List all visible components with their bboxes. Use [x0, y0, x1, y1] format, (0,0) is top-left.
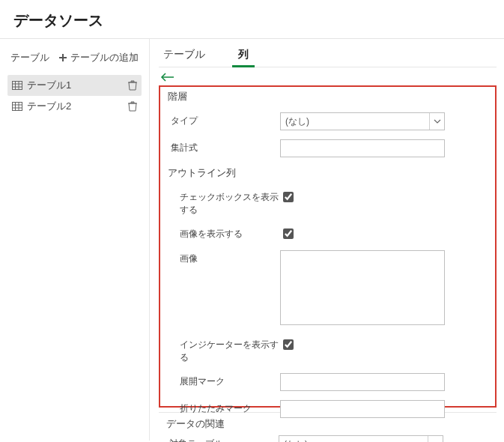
expand-mark-input[interactable]: [280, 373, 445, 391]
show-indicator-checkbox[interactable]: [283, 339, 294, 350]
add-table-label: テーブルの追加: [70, 51, 139, 64]
agg-label: 集計式: [168, 139, 280, 154]
type-select-value: (なし): [285, 115, 309, 128]
collapse-mark-label: 折りたたみマーク: [168, 400, 280, 415]
sidebar: テーブル テーブルの追加 テーブル1: [0, 39, 150, 441]
group-title-hierarchy: 階層: [168, 90, 488, 108]
collapse-mark-input[interactable]: [280, 400, 445, 418]
plus-icon: [58, 53, 67, 62]
target-table-select[interactable]: (なし): [279, 435, 443, 442]
agg-input[interactable]: [280, 139, 445, 157]
outline-subtitle: アウトライン列: [168, 162, 488, 184]
expand-mark-label: 展開マーク: [168, 373, 280, 388]
chevron-down-icon: [428, 436, 440, 442]
sidebar-head: テーブル テーブルの追加: [0, 43, 149, 72]
table-row-label: テーブル1: [27, 79, 71, 92]
type-label: タイプ: [168, 112, 280, 127]
table-list: テーブル1 テーブル2: [0, 72, 149, 117]
tabs: テーブル 列: [159, 45, 497, 67]
image-label: 画像: [168, 250, 280, 265]
table-icon: [12, 102, 22, 111]
chevron-down-icon: [429, 113, 441, 130]
svg-rect-6: [13, 103, 22, 111]
tab-columns[interactable]: 列: [237, 45, 250, 67]
table-row[interactable]: テーブル2: [7, 96, 142, 117]
table-icon: [12, 81, 22, 90]
svg-rect-0: [13, 82, 22, 90]
type-select[interactable]: (なし): [280, 112, 445, 130]
show-image-label: 画像を表示する: [168, 225, 280, 240]
target-table-label: 対象テーブル: [166, 435, 279, 442]
back-arrow-icon[interactable]: [160, 72, 177, 85]
hierarchy-panel: 階層 タイプ (なし) 集計式 アウトライン列: [159, 85, 497, 408]
page-title: データソース: [0, 0, 504, 38]
table-row[interactable]: テーブル1: [7, 75, 142, 96]
show-checkbox-checkbox[interactable]: [283, 192, 294, 202]
content: テーブル 列 階層 タイプ (なし) 集計式: [150, 39, 504, 441]
sidebar-head-label: テーブル: [10, 51, 49, 64]
show-indicator-label: インジケーターを表示する: [168, 336, 280, 364]
image-textarea[interactable]: [280, 250, 445, 325]
trash-icon[interactable]: [128, 80, 137, 91]
show-checkbox-label: チェックボックスを表示する: [168, 189, 280, 217]
target-table-value: (なし): [284, 438, 308, 443]
add-table-button[interactable]: テーブルの追加: [58, 51, 139, 64]
trash-icon[interactable]: [128, 101, 137, 112]
show-image-checkbox[interactable]: [283, 228, 294, 239]
tab-table[interactable]: テーブル: [162, 45, 207, 67]
table-row-label: テーブル2: [27, 100, 71, 113]
